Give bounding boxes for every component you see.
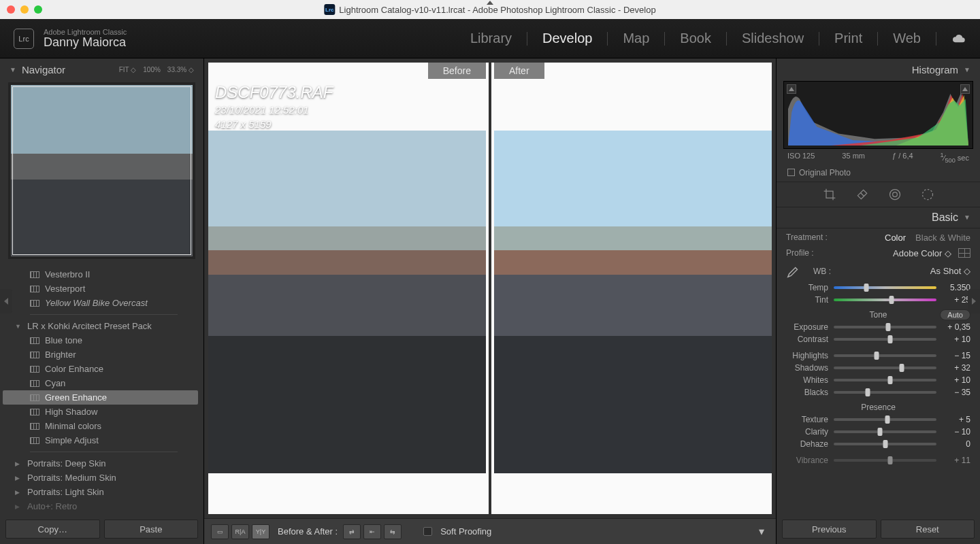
preset-folder[interactable]: ▶Portraits: Light Skin bbox=[3, 485, 198, 499]
vibrance-slider[interactable] bbox=[834, 459, 936, 462]
whites-slider[interactable] bbox=[834, 379, 936, 381]
healing-tool-icon[interactable] bbox=[855, 188, 869, 201]
wb-eyedropper-icon[interactable] bbox=[786, 264, 801, 279]
preset-item-selected[interactable]: Green Enhance bbox=[3, 390, 198, 405]
contrast-slider[interactable] bbox=[834, 338, 936, 341]
preset-item[interactable]: Minimal colors bbox=[3, 419, 198, 433]
preset-item[interactable]: Cyan bbox=[3, 376, 198, 390]
preset-item[interactable]: Vesterport bbox=[3, 282, 198, 296]
preset-item[interactable]: Simple Adjust bbox=[3, 433, 198, 447]
after-view[interactable]: After bbox=[494, 63, 772, 514]
profile-label: Profile : bbox=[786, 248, 814, 258]
masking-tool-icon[interactable] bbox=[921, 188, 934, 201]
navigator-thumbnail[interactable] bbox=[8, 82, 195, 259]
close-window-icon[interactable] bbox=[7, 5, 15, 14]
zoom-window-icon[interactable] bbox=[34, 5, 42, 14]
user-identity[interactable]: Danny Maiorca bbox=[44, 36, 127, 50]
preset-folder[interactable]: ▶Portraits: Deep Skin bbox=[3, 456, 198, 471]
nav-zoom-pct[interactable]: 33.3% ◇ bbox=[167, 66, 194, 73]
preset-item[interactable]: Color Enhance bbox=[3, 362, 198, 376]
profile-dropdown[interactable]: Adobe Color ◇ bbox=[893, 248, 951, 258]
shadow-clipping-icon[interactable] bbox=[787, 84, 796, 94]
basic-panel-header[interactable]: Basic ▼ bbox=[777, 207, 980, 228]
shadows-slider[interactable] bbox=[834, 367, 936, 369]
original-photo-toggle[interactable]: Original Photo bbox=[777, 167, 980, 182]
highlights-label: Highlights bbox=[786, 351, 828, 360]
tint-slider[interactable] bbox=[834, 299, 936, 301]
redeye-tool-icon[interactable] bbox=[888, 188, 902, 201]
reference-view-button[interactable]: R|A bbox=[231, 524, 249, 539]
texture-value[interactable]: + 5 bbox=[942, 415, 970, 424]
preset-item[interactable]: High Shadow bbox=[3, 405, 198, 419]
toolbar-menu-button[interactable]: ▾ bbox=[754, 524, 769, 539]
texture-slider[interactable] bbox=[834, 418, 936, 421]
navigator-header[interactable]: ▼ Navigator FIT ◇ 100% 33.3% ◇ bbox=[0, 58, 203, 80]
nav-zoom-fit[interactable]: FIT ◇ bbox=[119, 66, 137, 73]
nav-zoom-100[interactable]: 100% bbox=[143, 66, 161, 73]
module-slideshow[interactable]: Slideshow bbox=[742, 31, 804, 46]
blacks-value[interactable]: − 35 bbox=[942, 388, 970, 397]
svg-point-1 bbox=[889, 189, 900, 199]
ba-copy-both-button[interactable]: ⇆ bbox=[384, 524, 402, 539]
presets-panel: Vesterbro II Vesterport Yellow Wall Bike… bbox=[0, 265, 203, 514]
preset-folder[interactable]: ▶Portraits: Medium Skin bbox=[3, 471, 198, 485]
wb-dropdown[interactable]: As Shot ◇ bbox=[930, 266, 970, 276]
tint-value[interactable]: + 25 bbox=[942, 295, 970, 305]
soft-proofing-checkbox[interactable] bbox=[423, 527, 432, 536]
vibrance-label: Vibrance bbox=[786, 456, 828, 465]
ba-copy-button[interactable]: ⇤ bbox=[363, 524, 381, 539]
module-map[interactable]: Map bbox=[623, 31, 649, 46]
shadows-value[interactable]: + 32 bbox=[942, 363, 970, 373]
preset-folder[interactable]: ▼LR x Kohki Arcitect Preset Pack bbox=[3, 319, 198, 333]
highlights-value[interactable]: − 15 bbox=[942, 351, 970, 360]
crop-tool-icon[interactable] bbox=[823, 188, 836, 201]
preset-item[interactable]: Vesterbro II bbox=[3, 267, 198, 282]
exposure-slider[interactable] bbox=[834, 326, 936, 328]
before-after-view-button[interactable]: Y|Y bbox=[252, 524, 270, 539]
reset-button[interactable]: Reset bbox=[881, 520, 975, 539]
clarity-slider[interactable] bbox=[834, 430, 936, 433]
preset-item[interactable]: Brighter bbox=[3, 347, 198, 362]
vibrance-value[interactable]: + 11 bbox=[942, 456, 970, 465]
temp-slider[interactable] bbox=[834, 286, 936, 289]
module-develop[interactable]: Develop bbox=[542, 31, 592, 46]
highlights-slider[interactable] bbox=[834, 354, 936, 357]
module-book[interactable]: Book bbox=[680, 31, 711, 46]
before-photo bbox=[208, 131, 486, 473]
temp-value[interactable]: 5.350 bbox=[942, 283, 970, 292]
highlight-clipping-icon[interactable] bbox=[960, 84, 970, 94]
before-view[interactable]: Before DSCF0773.RAF 23/10/2021 12:52:01 … bbox=[208, 63, 486, 514]
blacks-slider[interactable] bbox=[834, 391, 936, 394]
after-label: After bbox=[494, 63, 544, 79]
contrast-value[interactable]: + 10 bbox=[942, 335, 970, 344]
paste-settings-button[interactable]: Paste bbox=[104, 520, 199, 539]
module-print[interactable]: Print bbox=[834, 31, 862, 46]
preset-icon bbox=[30, 394, 39, 401]
dehaze-value[interactable]: 0 bbox=[942, 439, 970, 449]
histogram-display[interactable] bbox=[783, 81, 973, 149]
top-panel-toggle[interactable] bbox=[478, 0, 502, 6]
profile-browser-icon[interactable] bbox=[958, 248, 970, 258]
treatment-color[interactable]: Color bbox=[885, 233, 906, 243]
ba-swap-button[interactable]: ⇄ bbox=[343, 524, 361, 539]
preset-item[interactable]: Yellow Wall Bike Overcast bbox=[3, 296, 198, 310]
previous-button[interactable]: Previous bbox=[782, 520, 877, 539]
cloud-sync-icon[interactable] bbox=[951, 34, 966, 44]
whites-value[interactable]: + 10 bbox=[942, 375, 970, 385]
loupe-view-button[interactable]: ▭ bbox=[211, 524, 229, 539]
dehaze-slider[interactable] bbox=[834, 443, 936, 445]
treatment-label: Treatment : bbox=[786, 233, 828, 242]
histogram-header[interactable]: Histogram ▼ bbox=[777, 58, 980, 80]
module-web[interactable]: Web bbox=[893, 31, 921, 46]
exposure-value[interactable]: + 0,35 bbox=[942, 322, 970, 332]
module-library[interactable]: Library bbox=[470, 31, 512, 46]
minimize-window-icon[interactable] bbox=[20, 5, 29, 14]
treatment-bw[interactable]: Black & White bbox=[915, 233, 970, 243]
preset-folder[interactable]: ▶Auto+: Retro bbox=[3, 499, 198, 513]
copy-settings-button[interactable]: Copy… bbox=[5, 520, 100, 539]
preset-item[interactable]: Blue tone bbox=[3, 333, 198, 347]
clarity-value[interactable]: − 10 bbox=[942, 427, 970, 437]
left-panel: ▼ Navigator FIT ◇ 100% 33.3% ◇ Vesterbro… bbox=[0, 58, 204, 544]
auto-tone-button[interactable]: Auto bbox=[940, 309, 970, 320]
left-panel-toggle[interactable] bbox=[0, 289, 12, 313]
